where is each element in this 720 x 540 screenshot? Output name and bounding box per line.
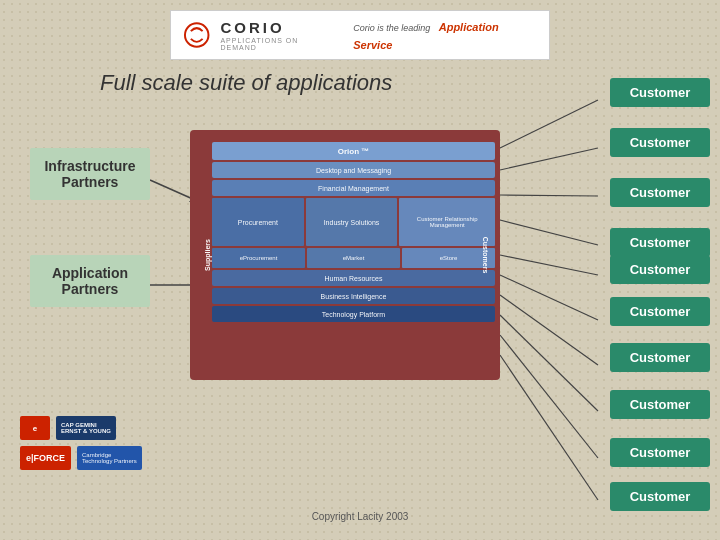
svg-line-2 xyxy=(500,100,598,148)
row-orion: Orion ™ xyxy=(338,147,370,156)
header-logo-bar: CORIO APPLICATIONS ON DEMAND Corio is th… xyxy=(170,10,550,60)
logo-row-1: e CAP GEMINIERNST & YOUNG xyxy=(20,416,142,440)
customer-btn-9: Customer xyxy=(610,438,710,467)
application-partners-box: Application Partners xyxy=(30,255,150,307)
svg-point-12 xyxy=(185,23,209,47)
customer-btn-8: Customer xyxy=(610,390,710,419)
customer-btn-7: Customer xyxy=(610,343,710,372)
customers-label: Customers xyxy=(482,237,489,274)
svg-line-6 xyxy=(500,255,598,275)
row-estore: eStore xyxy=(440,255,458,261)
svg-line-8 xyxy=(500,295,598,365)
row-financial: Financial Management xyxy=(318,185,389,192)
infrastructure-label: Infrastructure Partners xyxy=(44,158,135,190)
row-bi: Business Intelligence xyxy=(321,293,387,300)
svg-line-9 xyxy=(500,315,598,411)
row-eprocure: eProcurement xyxy=(240,255,278,261)
row-industry: Industry Solutions xyxy=(324,219,380,226)
logo-sub: APPLICATIONS ON DEMAND xyxy=(220,37,335,51)
logo-cambridge: CambridgeTechnology Partners xyxy=(77,446,142,470)
copyright: Copyright Lacity 2003 xyxy=(312,511,409,522)
customer-btn-3: Customer xyxy=(610,178,710,207)
bottom-logos: e CAP GEMINIERNST & YOUNG e|FORCE Cambri… xyxy=(20,416,142,470)
logo-row-2: e|FORCE CambridgeTechnology Partners xyxy=(20,446,142,470)
row-hr: Human Resources xyxy=(325,275,383,282)
header-tagline: Corio is the leading xyxy=(353,23,430,33)
corio-logo-icon xyxy=(183,21,210,49)
logo-eforce: e|FORCE xyxy=(20,446,71,470)
logo-cap-gemini: CAP GEMINIERNST & YOUNG xyxy=(56,416,116,440)
logo-badge-e: e xyxy=(20,416,50,440)
customer-btn-5: Customer xyxy=(610,255,710,284)
svg-line-3 xyxy=(500,148,598,170)
row-procurement: Procurement xyxy=(238,219,278,226)
svg-line-10 xyxy=(500,335,598,458)
logo-text: CORIO xyxy=(220,19,284,36)
customer-btn-10: Customer xyxy=(610,482,710,511)
infrastructure-partners-box: Infrastructure Partners xyxy=(30,148,150,200)
row-tech: Technology Platform xyxy=(322,311,385,318)
customer-btn-1: Customer xyxy=(610,78,710,107)
svg-line-7 xyxy=(500,275,598,320)
suppliers-label: Suppliers xyxy=(204,239,211,271)
svg-line-5 xyxy=(500,220,598,245)
center-diagram: Suppliers Customers Orion ™ Desktop and … xyxy=(190,130,500,380)
application-label: Application Partners xyxy=(52,265,128,297)
customer-btn-4: Customer xyxy=(610,228,710,257)
customer-btn-2: Customer xyxy=(610,128,710,157)
row-emarket: eMarket xyxy=(343,255,365,261)
main-title: Full scale suite of applications xyxy=(100,70,392,96)
row-desktop: Desktop and Messaging xyxy=(316,167,391,174)
row-crm: Customer Relationship Management xyxy=(401,216,493,228)
customer-btn-6: Customer xyxy=(610,297,710,326)
svg-line-0 xyxy=(150,180,195,200)
svg-line-11 xyxy=(500,355,598,500)
svg-line-4 xyxy=(500,195,598,196)
